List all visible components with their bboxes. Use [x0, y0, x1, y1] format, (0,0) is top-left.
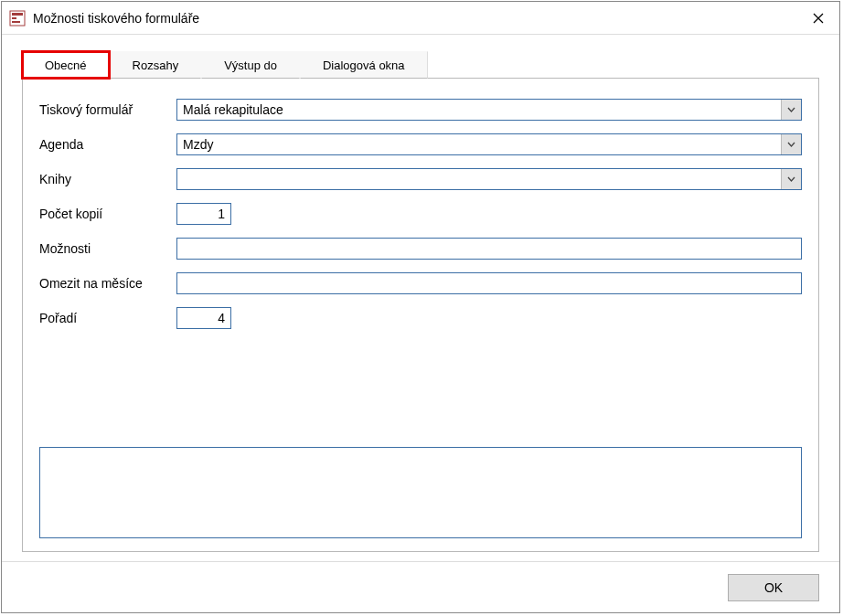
combo-agenda[interactable]: Mzdy — [176, 133, 802, 155]
row-agenda: Agenda Mzdy — [39, 133, 802, 155]
row-copies: Počet kopií 1 — [39, 203, 802, 225]
window-title: Možnosti tiskového formuláře — [33, 11, 797, 26]
chevron-down-icon[interactable] — [781, 134, 801, 154]
notes-textarea[interactable] — [39, 447, 802, 538]
tab-label: Dialogová okna — [323, 58, 405, 72]
label-copies: Počet kopií — [39, 207, 176, 221]
tab-dialogs[interactable]: Dialogová okna — [300, 51, 428, 79]
label-print-form: Tiskový formulář — [39, 102, 176, 117]
tab-label: Výstup do — [224, 58, 277, 72]
svg-rect-3 — [12, 21, 20, 23]
svg-rect-2 — [12, 17, 16, 19]
tab-output[interactable]: Výstup do — [201, 51, 300, 79]
tab-general[interactable]: Obecné — [22, 51, 110, 79]
close-button[interactable] — [797, 2, 839, 35]
label-books: Knihy — [39, 172, 176, 186]
label-months: Omezit na měsíce — [39, 276, 176, 291]
titlebar: Možnosti tiskového formuláře — [2, 2, 839, 35]
row-months: Omezit na měsíce — [39, 272, 802, 294]
tab-strip: Obecné Rozsahy Výstup do Dialogová okna — [22, 51, 819, 79]
combo-books[interactable] — [176, 168, 802, 190]
dialog-window: Možnosti tiskového formuláře Obecné Rozs… — [1, 1, 840, 613]
combo-print-form[interactable]: Malá rekapitulace — [176, 99, 802, 121]
row-order: Pořadí 4 — [39, 307, 802, 329]
label-agenda: Agenda — [39, 137, 176, 152]
chevron-down-icon[interactable] — [781, 100, 801, 120]
ok-button-label: OK — [764, 580, 783, 595]
footer: OK — [2, 561, 839, 612]
row-options: Možnosti — [39, 238, 802, 260]
input-months[interactable] — [176, 272, 802, 294]
chevron-down-icon[interactable] — [781, 169, 801, 189]
label-options: Možnosti — [39, 241, 176, 256]
input-options[interactable] — [176, 238, 802, 260]
tab-label: Obecné — [45, 58, 87, 72]
app-icon — [9, 10, 26, 27]
tab-ranges[interactable]: Rozsahy — [110, 51, 202, 79]
spacer — [39, 342, 802, 440]
row-print-form: Tiskový formulář Malá rekapitulace — [39, 99, 802, 121]
tab-panel-general: Tiskový formulář Malá rekapitulace Agend… — [22, 79, 819, 552]
combo-books-value[interactable] — [177, 169, 781, 189]
row-books: Knihy — [39, 168, 802, 190]
ok-button[interactable]: OK — [728, 574, 819, 601]
input-copies[interactable]: 1 — [176, 203, 231, 225]
input-order[interactable]: 4 — [176, 307, 231, 329]
label-order: Pořadí — [39, 311, 176, 325]
content-area: Obecné Rozsahy Výstup do Dialogová okna … — [2, 35, 839, 561]
svg-rect-1 — [12, 13, 23, 16]
combo-print-form-value[interactable]: Malá rekapitulace — [177, 100, 781, 120]
combo-agenda-value[interactable]: Mzdy — [177, 134, 781, 154]
tab-label: Rozsahy — [133, 58, 179, 72]
